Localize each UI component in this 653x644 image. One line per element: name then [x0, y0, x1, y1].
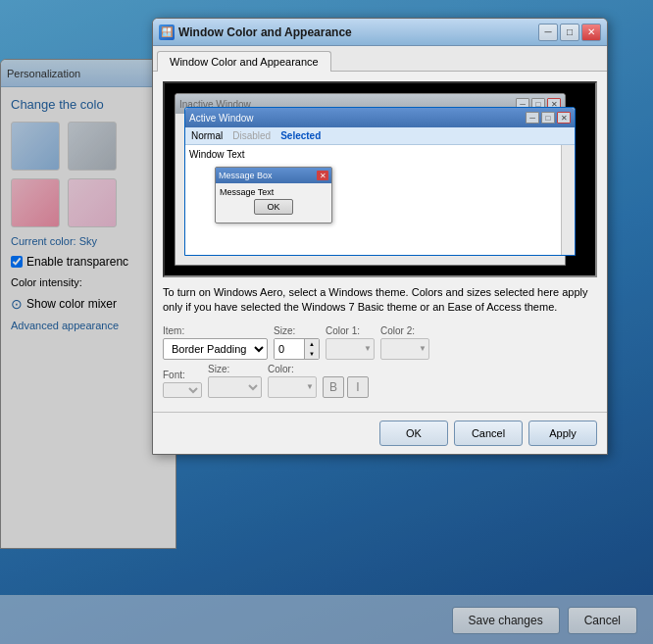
dialog-cancel-button[interactable]: Cancel — [454, 421, 523, 446]
preview-active-btns: ─ □ ✕ — [526, 112, 571, 124]
size-col: Size: 0 ▲ ▼ — [274, 325, 320, 360]
tab-window-color[interactable]: Window Color and Appearance — [157, 51, 331, 72]
preview-active-title: Active Window — [189, 113, 526, 124]
preview-active-max: □ — [541, 112, 555, 124]
maximize-button[interactable]: □ — [560, 24, 579, 41]
minimize-button[interactable]: ─ — [538, 24, 558, 41]
italic-button[interactable]: I — [347, 376, 369, 398]
dialog-tabs: Window Color and Appearance — [153, 46, 607, 72]
size-input[interactable]: 0 — [275, 339, 304, 359]
item-select[interactable]: Border Padding — [163, 338, 268, 360]
style-btns-col: B I — [323, 364, 369, 398]
color1-dropdown[interactable]: ▼ — [326, 338, 375, 360]
color1-arrow-icon: ▼ — [364, 344, 372, 353]
bold-button[interactable]: B — [323, 376, 344, 398]
color2-col: Color 2: ▼ — [380, 325, 429, 360]
color1-label: Color 1: — [326, 325, 375, 336]
menu-item-selected: Selected — [280, 130, 321, 141]
size-up-button[interactable]: ▲ — [305, 339, 319, 349]
preview-active-window: Active Window ─ □ ✕ Normal Disabled Sele… — [184, 107, 576, 256]
font-select[interactable] — [163, 382, 202, 398]
preview-scrollbar — [561, 145, 575, 255]
message-text: Message Text — [220, 187, 274, 197]
preview-msgbox-title: Message Box — [219, 171, 317, 180]
dialog-icon: 🪟 — [159, 25, 175, 40]
size-down-button[interactable]: ▼ — [305, 349, 319, 359]
info-text: To turn on Windows Aero, select a Window… — [163, 285, 597, 316]
menu-item-disabled: Disabled — [232, 130, 271, 141]
preview-msgbox-close: ✕ — [317, 171, 328, 180]
size-input-group: 0 ▲ ▼ — [274, 338, 320, 360]
color1-col: Color 1: ▼ — [326, 325, 375, 360]
font-color-label: Color: — [268, 364, 317, 374]
dialog-body: Inactive Window ─ □ ✕ Active Window ─ □ … — [153, 72, 607, 412]
font-label: Font: — [163, 370, 202, 380]
color2-label: Color 2: — [380, 325, 429, 336]
font-row-section: Font: Size: Color: ▼ B — [163, 364, 597, 398]
preview-active-menubar: Normal Disabled Selected — [185, 127, 575, 145]
font-size-col: Size: — [208, 364, 262, 398]
item-col: Item: Border Padding — [163, 325, 268, 360]
preview-msgbox-body: Message Text OK — [216, 183, 331, 223]
window-text-label: Window Text — [189, 149, 245, 160]
font-color-arrow-icon: ▼ — [306, 382, 314, 391]
preview-msgbox-titlebar: Message Box ✕ — [216, 168, 331, 183]
dialog-titlebar: 🪟 Window Color and Appearance ─ □ ✕ — [153, 19, 607, 46]
preview-area: Inactive Window ─ □ ✕ Active Window ─ □ … — [163, 81, 597, 277]
dialog-apply-button[interactable]: Apply — [528, 421, 597, 446]
item-label: Item: — [163, 325, 268, 336]
dialog-ok-button[interactable]: OK — [379, 421, 448, 446]
dialog-buttons: OK Cancel Apply — [153, 412, 607, 454]
preview-ok-button[interactable]: OK — [254, 199, 292, 215]
dialog-titlebar-controls: ─ □ ✕ — [538, 24, 601, 41]
preview-active-titlebar: Active Window ─ □ ✕ — [185, 108, 575, 127]
preview-active-min: ─ — [526, 112, 539, 124]
window-color-dialog: 🪟 Window Color and Appearance ─ □ ✕ Wind… — [152, 18, 608, 455]
font-col: Font: — [163, 370, 202, 398]
preview-active-close: ✕ — [557, 112, 571, 124]
color2-dropdown[interactable]: ▼ — [380, 338, 429, 360]
font-size-select[interactable] — [208, 376, 262, 398]
preview-message-box: Message Box ✕ Message Text OK — [215, 167, 332, 223]
size-arrows: ▲ ▼ — [304, 339, 319, 359]
window-icon: 🪟 — [161, 26, 173, 37]
menu-item-normal: Normal — [191, 130, 223, 141]
font-color-col: Color: ▼ — [268, 364, 317, 398]
font-size-label: Size: — [208, 364, 262, 374]
font-color-dropdown[interactable]: ▼ — [268, 376, 317, 398]
item-row-section: Item: Border Padding Size: 0 ▲ ▼ — [163, 325, 597, 360]
color2-arrow-icon: ▼ — [419, 344, 427, 353]
size-label: Size: — [274, 325, 320, 336]
dialog-title: Window Color and Appearance — [178, 25, 538, 39]
close-button[interactable]: ✕ — [581, 24, 601, 41]
